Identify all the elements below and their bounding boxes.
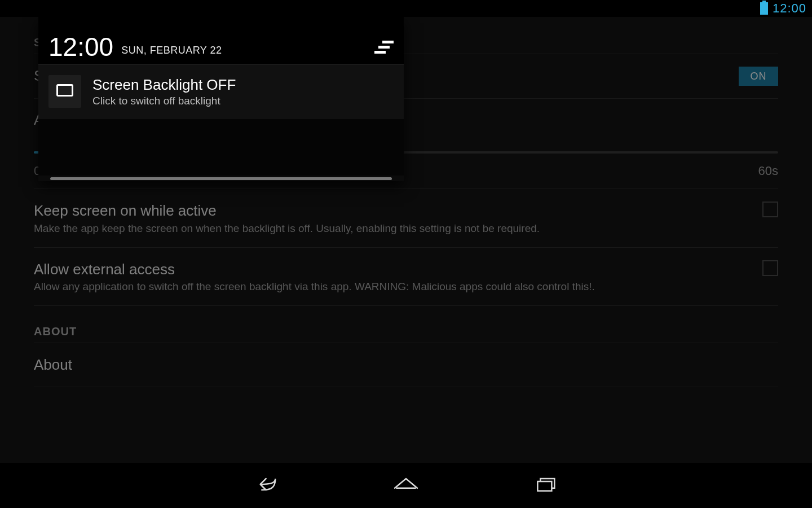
pref-title: Allow external access xyxy=(34,260,751,279)
show-notification-switch[interactable]: ON xyxy=(739,67,778,86)
clear-all-icon[interactable] xyxy=(374,40,394,58)
notification-item-backlight[interactable]: Screen Backlight OFF Click to switch off… xyxy=(38,64,404,119)
notification-title: Screen Backlight OFF xyxy=(92,76,236,94)
navigation-bar xyxy=(0,463,812,508)
notification-subtitle: Click to switch off backlight xyxy=(92,95,236,107)
external-access-checkbox[interactable] xyxy=(762,260,778,276)
battery-icon xyxy=(760,2,768,15)
pref-title: About xyxy=(34,356,778,374)
recent-apps-button[interactable] xyxy=(533,473,561,498)
back-button[interactable] xyxy=(251,473,279,498)
section-header-about: ABOUT xyxy=(34,306,778,343)
pref-subtitle: Allow any application to switch off the … xyxy=(34,281,751,293)
pref-keep-screen-on[interactable]: Keep screen on while active Make the app… xyxy=(34,189,778,248)
pref-allow-external-access[interactable]: Allow external access Allow any applicat… xyxy=(34,248,778,306)
shade-drag-handle[interactable] xyxy=(38,176,404,181)
status-clock: 12:00 xyxy=(773,1,806,16)
pref-subtitle: Make the app keep the screen on when the… xyxy=(34,222,751,235)
slider-max-label: 60s xyxy=(758,164,778,178)
svg-rect-3 xyxy=(58,85,73,96)
shade-header: 12:00 SUN, FEBRUARY 22 xyxy=(38,17,404,64)
svg-rect-4 xyxy=(537,481,551,491)
notification-shade[interactable]: 12:00 SUN, FEBRUARY 22 Screen Backlight … xyxy=(38,17,404,181)
keep-screen-checkbox[interactable] xyxy=(762,202,778,217)
status-bar: 12:00 xyxy=(0,0,812,17)
switch-label: ON xyxy=(751,71,767,82)
screen-rectangle-icon xyxy=(56,84,73,99)
shade-time: 12:00 xyxy=(48,34,113,60)
shade-handle-bar xyxy=(50,177,392,180)
svg-rect-2 xyxy=(374,51,386,54)
shade-empty-area xyxy=(38,119,404,176)
pref-about[interactable]: About xyxy=(34,343,778,387)
pref-title: Keep screen on while active xyxy=(34,202,751,220)
notification-icon-box xyxy=(48,75,81,108)
shade-date: SUN, FEBRUARY 22 xyxy=(121,45,222,60)
svg-rect-0 xyxy=(382,41,394,43)
svg-rect-1 xyxy=(378,46,390,49)
home-button[interactable] xyxy=(392,473,420,498)
